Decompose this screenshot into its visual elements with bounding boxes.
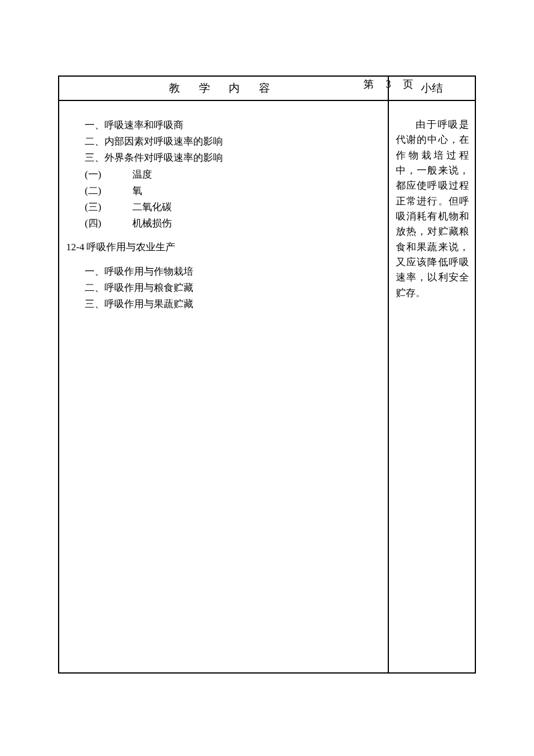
sub-item-number: (一) xyxy=(85,167,130,182)
outline-item: 一、呼吸速率和呼吸商 xyxy=(85,117,377,133)
outline-item: 二、内部因素对呼吸速率的影响 xyxy=(85,134,377,149)
sub-item-text: 氧 xyxy=(132,185,142,196)
outline-item: 一、呼吸作用与作物栽培 xyxy=(85,264,377,279)
sub-item-text: 温度 xyxy=(132,169,152,180)
summary-cell: 由于呼吸是代谢的中心，在作物栽培过程中，一般来说，都应使呼吸过程正常进行。但呼吸… xyxy=(389,101,475,672)
outline-item: 三、呼吸作用与果蔬贮藏 xyxy=(85,296,377,312)
outline-sub-item: (三) 二氧化碳 xyxy=(85,199,377,215)
sub-item-number: (四) xyxy=(85,215,130,231)
teaching-content-cell: 一、呼吸速率和呼吸商 二、内部因素对呼吸速率的影响 三、外界条件对呼吸速率的影响… xyxy=(59,101,389,672)
table-content-row: 一、呼吸速率和呼吸商 二、内部因素对呼吸速率的影响 三、外界条件对呼吸速率的影响… xyxy=(59,101,475,672)
page-number: 第 3 页 xyxy=(363,77,418,91)
header-teaching-content: 教 学 内 容 xyxy=(59,77,389,100)
outline-sub-item: (二) 氧 xyxy=(85,183,377,199)
outline-item: 三、外界条件对呼吸速率的影响 xyxy=(85,150,377,165)
section-heading: 12-4 呼吸作用与农业生产 xyxy=(66,239,377,255)
outline-sub-item: (四) 机械损伤 xyxy=(85,215,377,231)
outline-sub-item: (一) 温度 xyxy=(85,167,377,182)
sub-item-number: (三) xyxy=(85,199,130,215)
outline-item: 二、呼吸作用与粮食贮藏 xyxy=(85,280,377,296)
sub-item-text: 二氧化碳 xyxy=(132,201,172,213)
sub-item-text: 机械损伤 xyxy=(132,218,172,229)
sub-item-number: (二) xyxy=(85,183,130,199)
lesson-table: 教 学 内 容 小结 一、呼吸速率和呼吸商 二、内部因素对呼吸速率的影响 三、外… xyxy=(58,75,476,674)
summary-text: 由于呼吸是代谢的中心，在作物栽培过程中，一般来说，都应使呼吸过程正常进行。但呼吸… xyxy=(396,117,469,301)
